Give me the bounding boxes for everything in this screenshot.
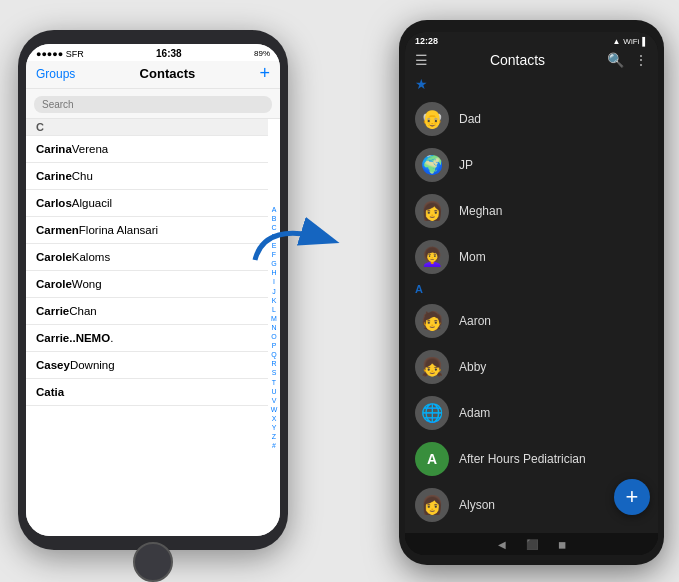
iphone-statusbar: ●●●●● SFR 16:38 89%: [26, 44, 280, 61]
android-section-a: A: [405, 280, 658, 298]
android-topbar: ☰ Contacts 🔍 ⋮: [405, 48, 658, 72]
android-avatar: 👩‍🦱: [415, 240, 449, 274]
list-item[interactable]: 👧 Abby: [405, 344, 658, 390]
android-signal-icon: ▲: [612, 37, 620, 46]
contact-last: Verena: [72, 143, 108, 155]
table-row[interactable]: Carine Chu: [26, 163, 268, 190]
android-search-icon[interactable]: 🔍: [607, 52, 624, 68]
list-item[interactable]: 👩 Meghan: [405, 188, 658, 234]
iphone-alpha-index[interactable]: A B C D E F G H I J K L M N O: [268, 119, 280, 536]
iphone-contacts-title: Contacts: [140, 66, 196, 81]
table-row[interactable]: Carlos Alguacil: [26, 190, 268, 217]
contact-first: Carrie..NEMO: [36, 332, 110, 344]
table-row[interactable]: Carole Wong: [26, 271, 268, 298]
contact-last: Chu: [72, 170, 93, 182]
list-item[interactable]: 🌐 Adam: [405, 390, 658, 436]
table-row[interactable]: Catia: [26, 379, 268, 406]
android-wifi-icon: WiFi: [623, 37, 639, 46]
contact-first: Catia: [36, 386, 64, 398]
android-home-icon[interactable]: ⬛: [526, 539, 538, 550]
android-contact-name: Aaron: [459, 314, 491, 328]
android-avatar: 👩: [415, 488, 449, 522]
android-avatar: A: [415, 442, 449, 476]
list-item[interactable]: 👴 Dad: [405, 96, 658, 142]
android-starred-section: ★: [405, 72, 658, 96]
list-item[interactable]: 👩‍🦱 Mom: [405, 234, 658, 280]
table-row[interactable]: Carrie..NEMO .: [26, 325, 268, 352]
android-avatar: 👴: [415, 102, 449, 136]
android-avatar: 🌍: [415, 148, 449, 182]
contact-last: .: [110, 332, 113, 344]
android-battery-icon: ▌: [642, 37, 648, 46]
android-status-icons: ▲ WiFi ▌: [612, 37, 648, 46]
android-contact-name: JP: [459, 158, 473, 172]
iphone-contacts-list: C Carina Verena Carine Chu Carlos Alguac…: [26, 119, 280, 536]
android-contact-name: Mom: [459, 250, 486, 264]
contact-first: Casey: [36, 359, 70, 371]
scene: ●●●●● SFR 16:38 89% Groups Contacts +: [0, 0, 679, 582]
table-row[interactable]: Carrie Chan: [26, 298, 268, 325]
table-row[interactable]: Casey Downing: [26, 352, 268, 379]
android-statusbar: 12:28 ▲ WiFi ▌: [405, 32, 658, 48]
contact-last: Kaloms: [72, 251, 110, 263]
iphone-home-button[interactable]: [133, 542, 173, 582]
android-avatar: 🧑: [415, 304, 449, 338]
iphone-time: 16:38: [156, 48, 182, 59]
list-item[interactable]: 🌍 JP: [405, 142, 658, 188]
contact-first: Carole: [36, 278, 72, 290]
arrow: [245, 200, 345, 280]
android-body: 12:28 ▲ WiFi ▌ ☰ Contacts 🔍 ⋮: [399, 20, 664, 565]
android-contact-name: Alyson: [459, 498, 495, 512]
contact-first: Carina: [36, 143, 72, 155]
android-fab-button[interactable]: +: [614, 479, 650, 515]
contact-first: Carrie: [36, 305, 69, 317]
iphone-signal: ●●●●● SFR: [36, 49, 84, 59]
android-contact-name: Meghan: [459, 204, 502, 218]
iphone-groups-button[interactable]: Groups: [36, 67, 75, 81]
android-contact-name: After Hours Pediatrician: [459, 452, 586, 466]
android-more-icon[interactable]: ⋮: [634, 52, 648, 68]
android-contacts-list: ★ 👴 Dad 🌍 JP 👩 Meghan 👩: [405, 72, 658, 533]
iphone-add-contact-button[interactable]: +: [259, 63, 270, 84]
android-time: 12:28: [415, 36, 438, 46]
iphone-contacts-scroll: C Carina Verena Carine Chu Carlos Alguac…: [26, 119, 268, 536]
android-navbar: ◀ ⬛ ◼: [405, 533, 658, 555]
contact-first: Carlos: [36, 197, 72, 209]
android-avatar: 🌐: [415, 396, 449, 430]
iphone-search-input[interactable]: [34, 96, 272, 113]
contact-last: Wong: [72, 278, 102, 290]
contact-first: Carole: [36, 251, 72, 263]
iphone-section-c: C: [26, 119, 268, 136]
arrow-svg: [245, 200, 345, 280]
android-avatar: 👩: [415, 194, 449, 228]
list-item[interactable]: 🧑 Aaron: [405, 298, 658, 344]
android-device: 12:28 ▲ WiFi ▌ ☰ Contacts 🔍 ⋮: [399, 20, 664, 565]
table-row[interactable]: Carina Verena: [26, 136, 268, 163]
iphone-search-bar: [26, 89, 280, 119]
android-avatar: 👧: [415, 350, 449, 384]
android-recents-icon[interactable]: ◼: [558, 539, 566, 550]
android-contact-name: Dad: [459, 112, 481, 126]
android-screen: 12:28 ▲ WiFi ▌ ☰ Contacts 🔍 ⋮: [405, 32, 658, 555]
contact-first: Carine: [36, 170, 72, 182]
android-contact-name: Abby: [459, 360, 486, 374]
iphone-device: ●●●●● SFR 16:38 89% Groups Contacts +: [18, 30, 288, 550]
contact-last: Chan: [69, 305, 97, 317]
android-contact-name: Adam: [459, 406, 490, 420]
iphone-screen: ●●●●● SFR 16:38 89% Groups Contacts +: [26, 44, 280, 536]
table-row[interactable]: Carole Kaloms: [26, 244, 268, 271]
iphone-nav: Groups Contacts +: [26, 61, 280, 89]
android-back-icon[interactable]: ◀: [498, 539, 506, 550]
iphone-battery: 89%: [254, 49, 270, 58]
contact-last: Florina Alansari: [79, 224, 158, 236]
android-top-icons: 🔍 ⋮: [607, 52, 648, 68]
contact-last: Alguacil: [72, 197, 112, 209]
android-contacts-title: Contacts: [490, 52, 545, 68]
android-star-icon: ★: [415, 76, 428, 92]
contact-first: Carmen: [36, 224, 79, 236]
android-menu-icon[interactable]: ☰: [415, 52, 428, 68]
iphone-body: ●●●●● SFR 16:38 89% Groups Contacts +: [18, 30, 288, 550]
contact-last: Downing: [70, 359, 115, 371]
table-row[interactable]: Carmen Florina Alansari: [26, 217, 268, 244]
list-item[interactable]: A After Hours Pediatrician: [405, 436, 658, 482]
